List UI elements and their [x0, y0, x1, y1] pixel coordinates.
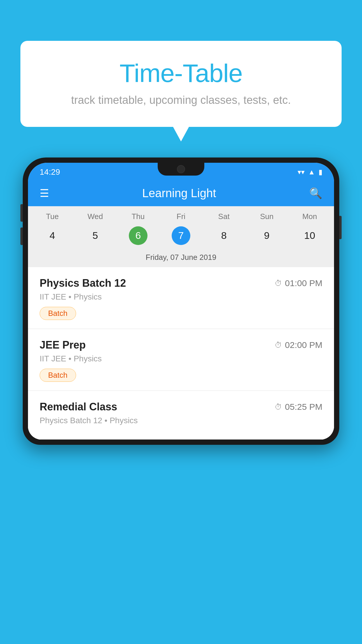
schedule-time-3: ⏱ 05:25 PM — [275, 402, 322, 412]
status-time: 14:29 — [40, 167, 60, 177]
schedule-item-3[interactable]: Remedial Class ⏱ 05:25 PM Physics Batch … — [28, 391, 334, 440]
schedule-time-value-2: 02:00 PM — [285, 340, 322, 350]
schedule-title-1: Physics Batch 12 — [40, 277, 126, 289]
schedule-list: Physics Batch 12 ⏱ 01:00 PM IIT JEE • Ph… — [28, 267, 334, 440]
app-title: Learning Light — [142, 187, 216, 200]
day-wed: Wed — [74, 212, 117, 221]
day-tue: Tue — [31, 212, 74, 221]
schedule-item-3-header: Remedial Class ⏱ 05:25 PM — [40, 401, 322, 413]
day-headers: Tue Wed Thu Fri Sat Sun Mon — [28, 206, 334, 223]
clock-icon-2: ⏱ — [275, 341, 282, 350]
selected-date: Friday, 07 June 2019 — [28, 250, 334, 267]
batch-badge-1: Batch — [40, 307, 76, 320]
signal-icon: ▲ — [308, 168, 315, 176]
schedule-subtitle-2: IIT JEE • Physics — [40, 354, 322, 363]
wifi-icon: ▾▾ — [298, 168, 305, 176]
schedule-time-1: ⏱ 01:00 PM — [275, 278, 322, 288]
batch-badge-2: Batch — [40, 369, 76, 382]
search-icon[interactable]: 🔍 — [309, 187, 322, 200]
clock-icon-3: ⏱ — [275, 402, 282, 412]
day-8[interactable]: 8 — [203, 226, 245, 245]
bubble-title: Time-Table — [44, 58, 318, 88]
phone-outer: 14:29 ▾▾ ▲ ▮ ☰ Learning Light 🔍 Tue Wed … — [23, 158, 339, 445]
speech-bubble: Time-Table track timetable, upcoming cla… — [20, 41, 342, 127]
hamburger-icon[interactable]: ☰ — [40, 188, 49, 199]
status-icons: ▾▾ ▲ ▮ — [298, 168, 322, 176]
day-sat: Sat — [203, 212, 245, 221]
phone-container: 14:29 ▾▾ ▲ ▮ ☰ Learning Light 🔍 Tue Wed … — [23, 158, 339, 644]
calendar-section: Tue Wed Thu Fri Sat Sun Mon 4 5 6 — [28, 206, 334, 267]
schedule-subtitle-3: Physics Batch 12 • Physics — [40, 416, 322, 425]
day-4[interactable]: 4 — [31, 226, 74, 245]
power-button — [339, 216, 342, 239]
schedule-item-2-header: JEE Prep ⏱ 02:00 PM — [40, 339, 322, 351]
schedule-title-3: Remedial Class — [40, 401, 117, 413]
volume-up-button — [20, 204, 23, 222]
schedule-title-2: JEE Prep — [40, 339, 86, 351]
volume-down-button — [20, 228, 23, 245]
schedule-time-2: ⏱ 02:00 PM — [275, 340, 322, 350]
phone-notch — [158, 163, 204, 176]
phone-screen: 14:29 ▾▾ ▲ ▮ ☰ Learning Light 🔍 Tue Wed … — [28, 163, 334, 440]
day-fri: Fri — [159, 212, 202, 221]
phone-camera — [177, 165, 185, 173]
speech-bubble-container: Time-Table track timetable, upcoming cla… — [20, 41, 342, 127]
schedule-item-1[interactable]: Physics Batch 12 ⏱ 01:00 PM IIT JEE • Ph… — [28, 267, 334, 329]
schedule-time-value-3: 05:25 PM — [285, 402, 322, 412]
day-sun: Sun — [245, 212, 288, 221]
app-header: ☰ Learning Light 🔍 — [28, 180, 334, 206]
day-thu: Thu — [117, 212, 159, 221]
day-mon: Mon — [288, 212, 331, 221]
day-9[interactable]: 9 — [245, 226, 288, 245]
day-10[interactable]: 10 — [288, 226, 331, 245]
schedule-item-1-header: Physics Batch 12 ⏱ 01:00 PM — [40, 277, 322, 289]
bubble-subtitle: track timetable, upcoming classes, tests… — [44, 94, 318, 106]
clock-icon-1: ⏱ — [275, 279, 282, 288]
battery-icon: ▮ — [319, 168, 322, 176]
day-6[interactable]: 6 — [117, 226, 159, 245]
schedule-time-value-1: 01:00 PM — [285, 278, 322, 288]
day-5[interactable]: 5 — [74, 226, 117, 245]
schedule-item-2[interactable]: JEE Prep ⏱ 02:00 PM IIT JEE • Physics Ba… — [28, 329, 334, 391]
day-numbers: 4 5 6 7 8 9 10 — [28, 223, 334, 250]
day-7[interactable]: 7 — [159, 226, 202, 245]
schedule-subtitle-1: IIT JEE • Physics — [40, 292, 322, 302]
